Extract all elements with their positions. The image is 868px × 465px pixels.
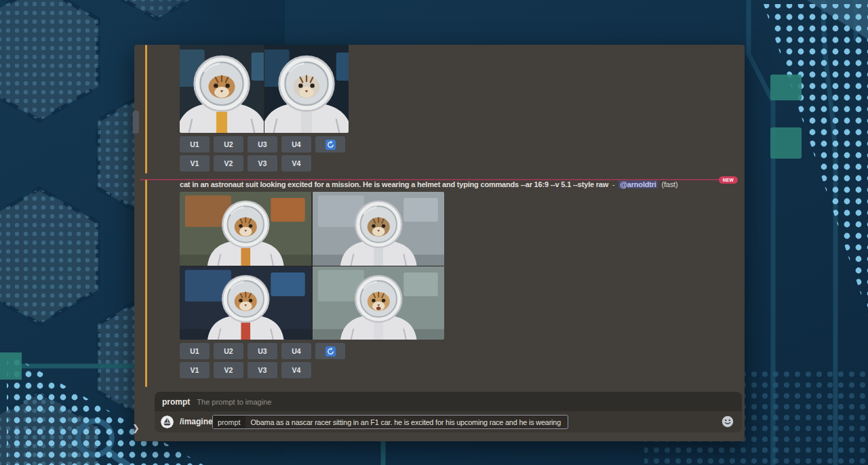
variation-button-row: V1 V2 V3 V4	[180, 362, 311, 378]
option-description: The prompt to imagine	[197, 398, 271, 406]
upscale-1-button[interactable]: U1	[180, 136, 210, 153]
upscale-4-button[interactable]: U4	[281, 343, 311, 359]
generated-image-grid[interactable]	[180, 45, 349, 133]
prompt-text: cat in an astronaut suit looking excited…	[180, 180, 608, 188]
variation-3-button[interactable]: V3	[248, 155, 277, 171]
astronaut-cat-image[interactable]	[264, 45, 349, 133]
mention-accent-bar	[145, 180, 147, 387]
chevron-right-icon: ❯	[132, 423, 140, 433]
option-name: prompt	[162, 397, 190, 407]
astronaut-cat-image[interactable]	[180, 192, 312, 266]
discord-window: U1 U2 U3 U4 V1 V2 V3 V4 NEW cat	[134, 45, 745, 441]
refresh-icon	[326, 346, 336, 357]
upscale-1-button[interactable]: U1	[180, 343, 210, 359]
prompt-input[interactable]: prompt Obama as a nascar racer sitting i…	[212, 415, 568, 429]
upscale-2-button[interactable]: U2	[214, 343, 243, 359]
imagine-command: /imagine	[180, 417, 213, 426]
variation-button-row: V1 V2 V3 V4	[180, 155, 311, 171]
generation-mode: (fast)	[662, 180, 678, 188]
slash-command-hint: prompt The prompt to imagine	[155, 392, 742, 411]
astronaut-cat-image[interactable]	[313, 192, 445, 266]
new-badge: NEW	[719, 176, 738, 184]
variation-1-button[interactable]: V1	[180, 155, 210, 171]
mention-accent-bar	[145, 45, 147, 174]
rerun-button[interactable]	[315, 343, 345, 359]
astronaut-cat-image[interactable]	[180, 45, 264, 133]
message-input-bar: /imagine prompt Obama as a nascar racer …	[155, 411, 742, 432]
emoji-picker-button[interactable]	[722, 416, 734, 428]
user-mention[interactable]: @arnoldtri	[618, 180, 657, 188]
rerun-button[interactable]	[315, 136, 345, 153]
refresh-icon	[326, 140, 336, 150]
separator: -	[612, 180, 614, 188]
upscale-button-row: U1 U2 U3 U4	[180, 136, 345, 153]
upscale-button-row: U1 U2 U3 U4	[180, 343, 345, 359]
prompt-option-label: prompt	[213, 416, 245, 428]
upscale-2-button[interactable]: U2	[214, 136, 243, 153]
prompt-input-value: Obama as a nascar racer sitting in an F1…	[251, 418, 561, 426]
variation-4-button[interactable]: V4	[281, 155, 311, 171]
variation-3-button[interactable]: V3	[248, 362, 277, 378]
message-text: cat in an astronaut suit looking excited…	[180, 180, 677, 190]
smiley-icon	[722, 416, 734, 428]
upscale-4-button[interactable]: U4	[281, 136, 311, 153]
generated-image-grid[interactable]	[180, 192, 444, 340]
upscale-3-button[interactable]: U3	[248, 136, 277, 153]
variation-1-button[interactable]: V1	[180, 362, 210, 378]
astronaut-cat-image[interactable]	[313, 266, 445, 340]
scrollbar-thumb[interactable]	[133, 110, 139, 134]
variation-2-button[interactable]: V2	[214, 362, 243, 378]
astronaut-cat-image[interactable]	[180, 266, 312, 340]
variation-2-button[interactable]: V2	[214, 155, 243, 171]
midjourney-sailboat-icon	[161, 416, 174, 428]
variation-4-button[interactable]: V4	[281, 362, 311, 378]
upscale-3-button[interactable]: U3	[248, 343, 277, 359]
